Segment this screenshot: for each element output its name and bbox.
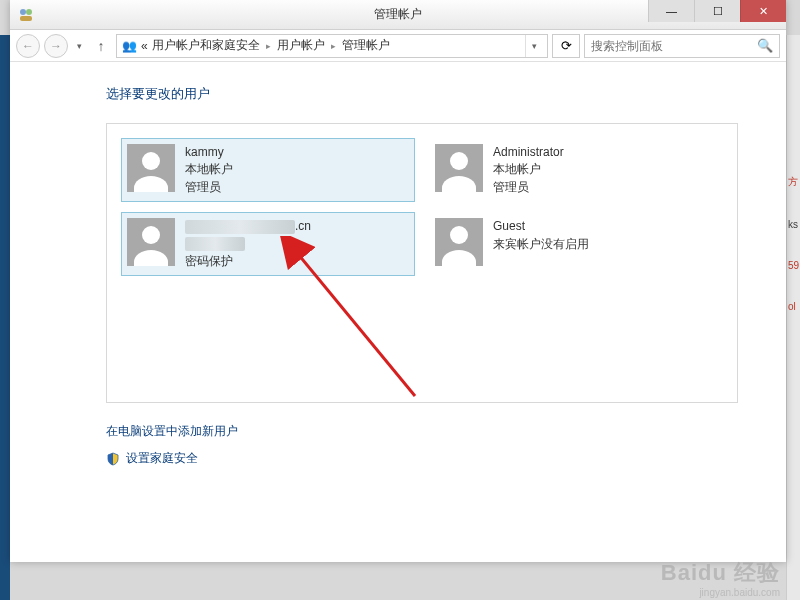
app-icon [18, 7, 34, 23]
breadcrumb[interactable]: 管理帐户 [342, 37, 390, 54]
chevron-right-icon: ▸ [266, 41, 271, 51]
family-safety-link[interactable]: 设置家庭安全 [106, 450, 738, 467]
close-button[interactable]: ✕ [740, 0, 786, 22]
user-name: .cn [185, 218, 311, 235]
user-role: 管理员 [185, 179, 233, 196]
navigation-bar: ← → ▾ ↑ 👥 « 用户帐户和家庭安全 ▸ 用户帐户 ▸ 管理帐户 ▾ ⟳ … [10, 30, 786, 62]
avatar-icon [127, 144, 175, 192]
search-field[interactable] [591, 39, 757, 53]
user-info: kammy 本地帐户 管理员 [185, 144, 233, 196]
user-name: Administrator [493, 144, 564, 161]
control-panel-window: 管理帐户 — ☐ ✕ ← → ▾ ↑ 👥 « 用户帐户和家庭安全 ▸ 用户帐户 … [10, 0, 786, 562]
avatar-icon [435, 144, 483, 192]
user-name: kammy [185, 144, 233, 161]
content-area: 选择要更改的用户 kammy 本地帐户 管理员 Administrator 本地… [10, 62, 786, 562]
titlebar: 管理帐户 — ☐ ✕ [10, 0, 786, 30]
user-info: Guest 来宾帐户没有启用 [493, 218, 589, 253]
chevron-right-icon: ▸ [331, 41, 336, 51]
user-type: 本地帐户 [185, 161, 233, 178]
user-card-kammy[interactable]: kammy 本地帐户 管理员 [121, 138, 415, 202]
nav-history-dropdown[interactable]: ▾ [72, 34, 86, 58]
avatar-icon [435, 218, 483, 266]
user-info: Administrator 本地帐户 管理员 [493, 144, 564, 196]
search-icon: 🔍 [757, 38, 773, 53]
user-card-administrator[interactable]: Administrator 本地帐户 管理员 [429, 138, 723, 202]
address-icon: 👥 [121, 38, 137, 54]
svg-point-1 [26, 9, 32, 15]
watermark: Baidu 经验 [661, 558, 780, 588]
avatar-icon [127, 218, 175, 266]
svg-point-0 [20, 9, 26, 15]
blurred-text [185, 220, 295, 234]
svg-rect-2 [20, 16, 32, 21]
page-heading: 选择要更改的用户 [106, 86, 738, 103]
users-panel: kammy 本地帐户 管理员 Administrator 本地帐户 管理员 .c… [106, 123, 738, 403]
shield-icon [106, 452, 120, 466]
user-type: 本地帐户 [493, 161, 564, 178]
user-role: 管理员 [493, 179, 564, 196]
user-card-blurred[interactable]: .cn 密码保护 [121, 212, 415, 276]
blurred-text [185, 237, 245, 251]
nav-forward-button[interactable]: → [44, 34, 68, 58]
window-controls: — ☐ ✕ [648, 0, 786, 22]
refresh-button[interactable]: ⟳ [552, 34, 580, 58]
address-prefix: « [141, 39, 148, 53]
maximize-button[interactable]: ☐ [694, 0, 740, 22]
address-dropdown[interactable]: ▾ [525, 35, 543, 57]
breadcrumb[interactable]: 用户帐户 [277, 37, 325, 54]
nav-up-button[interactable]: ↑ [90, 35, 112, 57]
user-info: .cn 密码保护 [185, 218, 311, 270]
user-role: 密码保护 [185, 253, 311, 270]
add-user-link[interactable]: 在电脑设置中添加新用户 [106, 423, 738, 440]
search-input[interactable]: 🔍 [584, 34, 780, 58]
window-title: 管理帐户 [374, 6, 422, 23]
user-name: Guest [493, 218, 589, 235]
bottom-links: 在电脑设置中添加新用户 设置家庭安全 [106, 423, 738, 467]
minimize-button[interactable]: — [648, 0, 694, 22]
nav-back-button[interactable]: ← [16, 34, 40, 58]
breadcrumb[interactable]: 用户帐户和家庭安全 [152, 37, 260, 54]
user-type [185, 236, 311, 253]
user-type: 来宾帐户没有启用 [493, 236, 589, 253]
watermark-sub: jingyan.baidu.com [699, 587, 780, 598]
address-bar[interactable]: 👥 « 用户帐户和家庭安全 ▸ 用户帐户 ▸ 管理帐户 ▾ [116, 34, 548, 58]
user-card-guest[interactable]: Guest 来宾帐户没有启用 [429, 212, 723, 276]
